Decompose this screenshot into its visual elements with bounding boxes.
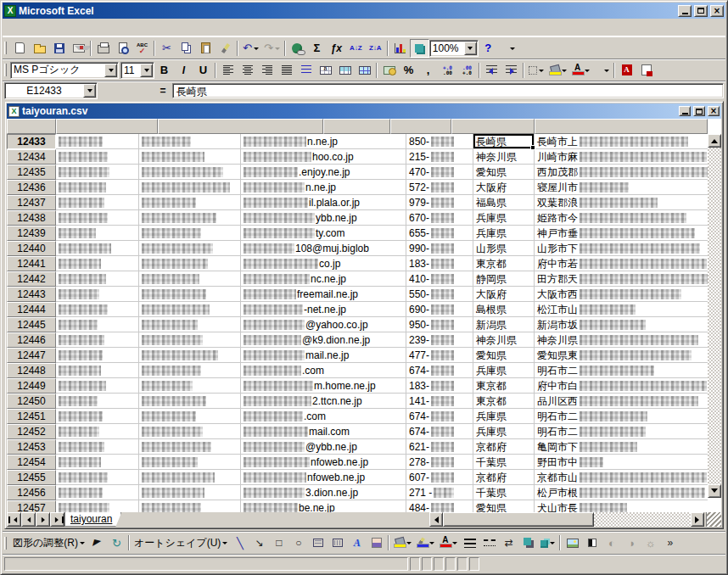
row-header[interactable]: 12453 (7, 439, 56, 455)
cell-prefecture[interactable]: 神奈川県 (473, 332, 535, 348)
toolbar-grip[interactable] (4, 537, 7, 550)
cell-address[interactable]: 愛知県東 (535, 348, 708, 363)
row-header[interactable]: 12456 (7, 485, 56, 500)
cell-name-kana[interactable] (139, 394, 241, 409)
cell-name-kanji[interactable] (56, 332, 139, 348)
cell-name-kana[interactable] (139, 439, 241, 455)
clip-art-button[interactable] (367, 533, 386, 552)
row-header[interactable]: 12437 (7, 195, 56, 210)
draw-font-color-button[interactable] (437, 533, 460, 552)
cell-email[interactable]: 3.dion.ne.jp (241, 485, 406, 500)
cell-name-kana[interactable] (139, 302, 241, 317)
cell-postal-code[interactable]: 674- (406, 409, 473, 424)
convert-to-pdf-button[interactable] (617, 61, 636, 80)
cell-name-kanji[interactable] (56, 241, 139, 256)
cell-address[interactable]: 府中市白 (535, 378, 708, 394)
rectangle-button[interactable]: □ (269, 533, 288, 552)
row-header[interactable]: 12454 (7, 455, 56, 470)
cell-email[interactable]: @k9.dion.ne.jp (241, 332, 406, 348)
print-button[interactable] (93, 39, 113, 58)
toolbar-grip[interactable] (4, 42, 7, 54)
cell-name-kana[interactable] (139, 226, 241, 241)
paste-button[interactable] (196, 39, 216, 58)
row-header[interactable]: 12448 (7, 363, 56, 378)
cell-postal-code[interactable]: 572- (406, 180, 473, 195)
help-button[interactable]: ? (479, 39, 498, 58)
menu-format[interactable] (55, 25, 67, 29)
undo-button[interactable]: ↶ (240, 39, 261, 58)
row-header[interactable]: 12436 (7, 180, 56, 195)
paste-function-button[interactable]: ƒx (327, 39, 346, 58)
select-all-corner[interactable] (7, 119, 56, 134)
cell-postal-code[interactable]: 410- (406, 271, 473, 287)
cell-address[interactable]: 亀岡市下 (535, 439, 708, 455)
sort-descending-button[interactable]: Z↓A (366, 39, 385, 58)
more-buttons-chevron[interactable]: » (660, 533, 680, 552)
cell-name-kanji[interactable] (56, 363, 139, 378)
cell-name-kanji[interactable] (56, 165, 139, 180)
arrow-style-button[interactable]: ⇄ (499, 533, 518, 552)
row-header[interactable]: 12449 (7, 378, 56, 394)
cell-prefecture[interactable]: 兵庫県 (473, 363, 535, 378)
cell-address[interactable]: 姫路市今 (535, 210, 708, 226)
select-objects-button[interactable]: ◤ (87, 533, 107, 552)
cell-prefecture[interactable]: 大阪府 (473, 180, 535, 195)
edit-formula-button[interactable]: = (154, 85, 172, 97)
cell-email[interactable]: ybb.ne.jp (241, 210, 406, 226)
cell-prefecture[interactable]: 大阪府 (473, 287, 535, 302)
cell-name-kana[interactable] (139, 348, 241, 363)
cell-address[interactable]: 府中市若 (535, 256, 708, 271)
cell-name-kanji[interactable] (56, 287, 139, 302)
formula-input[interactable]: 長崎県 (172, 83, 724, 98)
close-button[interactable]: × (710, 5, 724, 17)
menu-edit[interactable] (20, 25, 31, 29)
cell-name-kanji[interactable] (56, 195, 139, 210)
oval-button[interactable]: ○ (288, 533, 308, 552)
cell-postal-code[interactable]: 484- (406, 500, 473, 512)
cell-address[interactable]: 大阪市西 (535, 287, 708, 302)
cell-email[interactable]: @yahoo.co.jp (241, 317, 406, 332)
cell-address[interactable]: 京都市山 (535, 470, 708, 485)
cell-name-kanji[interactable] (56, 378, 139, 394)
line-style-button[interactable] (460, 533, 479, 552)
minimize-button[interactable] (678, 5, 692, 17)
doc-maximize-button[interactable] (693, 106, 705, 116)
cell-name-kanji[interactable] (56, 134, 139, 149)
doc-minimize-button[interactable] (679, 106, 691, 116)
text-box-button[interactable] (308, 533, 328, 552)
chevron-down-icon[interactable] (104, 64, 117, 77)
cell-address[interactable]: 品川区西 (535, 394, 708, 409)
cell-name-kanji[interactable] (56, 210, 139, 226)
row-header[interactable]: 12445 (7, 317, 56, 332)
cell-name-kana[interactable] (139, 149, 241, 165)
cell-name-kana[interactable] (139, 500, 241, 512)
cell-name-kana[interactable] (139, 287, 241, 302)
comma-style-button[interactable]: , (418, 61, 438, 80)
autoshapes-button[interactable]: オートシェイプ(U) (132, 533, 230, 552)
formatting-options-button[interactable] (592, 61, 612, 80)
scroll-right-icon[interactable] (691, 512, 704, 527)
tab-prev-button[interactable] (21, 512, 36, 527)
cell-name-kana[interactable] (139, 256, 241, 271)
convert-to-pdf-email-button[interactable] (636, 61, 656, 80)
cell-name-kana[interactable] (139, 271, 241, 287)
cell-name-kanji[interactable] (56, 317, 139, 332)
cell-name-kanji[interactable] (56, 271, 139, 287)
tab-last-button[interactable] (50, 512, 64, 527)
cell-email[interactable]: mail.com (241, 424, 406, 439)
cell-address[interactable]: 西加茂郡 (535, 165, 708, 180)
cell-email[interactable]: nc.ne.jp (241, 271, 406, 287)
format-painter-button[interactable] (216, 39, 235, 58)
toolbar-options-button[interactable] (498, 39, 518, 58)
arrow-button[interactable]: ↘ (249, 533, 269, 552)
menu-file[interactable] (8, 25, 20, 29)
chevron-down-icon[interactable] (464, 42, 477, 55)
row-header[interactable]: 12447 (7, 348, 56, 363)
table-format-button[interactable] (355, 61, 374, 80)
increase-indent-button[interactable] (501, 61, 521, 80)
window-resize-grip[interactable] (706, 512, 721, 527)
scroll-left-icon[interactable] (429, 512, 443, 527)
line-button[interactable]: ╲ (230, 533, 249, 552)
cell-name-kana[interactable] (139, 424, 241, 439)
row-header[interactable]: 12444 (7, 302, 56, 317)
